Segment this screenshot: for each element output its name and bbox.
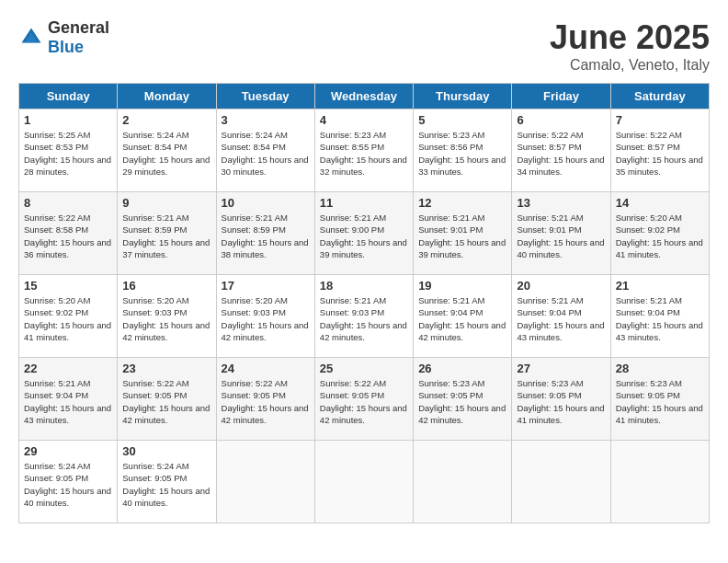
calendar-header: Sunday Monday Tuesday Wednesday Thursday… <box>19 84 710 109</box>
table-row <box>512 441 610 523</box>
col-thursday: Thursday <box>414 84 512 109</box>
day-number: 4 <box>320 113 408 127</box>
col-sunday: Sunday <box>19 84 118 109</box>
day-number: 29 <box>24 444 112 458</box>
day-number: 27 <box>517 362 605 375</box>
day-number: 13 <box>517 196 605 210</box>
col-saturday: Saturday <box>610 84 709 109</box>
day-number: 24 <box>222 362 310 375</box>
table-row: 24 Sunrise: 5:22 AM Sunset: 9:05 PM Dayl… <box>216 358 314 441</box>
table-row: 30 Sunrise: 5:24 AM Sunset: 9:05 PM Dayl… <box>118 441 216 523</box>
table-row: 9 Sunrise: 5:21 AM Sunset: 8:59 PM Dayli… <box>118 192 216 275</box>
calendar-week-3: 15 Sunrise: 5:20 AM Sunset: 9:02 PM Dayl… <box>19 275 710 358</box>
table-row: 15 Sunrise: 5:20 AM Sunset: 9:02 PM Dayl… <box>19 275 118 358</box>
table-row: 12 Sunrise: 5:21 AM Sunset: 9:01 PM Dayl… <box>414 192 512 275</box>
day-info: Sunrise: 5:22 AM Sunset: 9:05 PM Dayligh… <box>122 377 210 426</box>
table-row: 16 Sunrise: 5:20 AM Sunset: 9:03 PM Dayl… <box>118 275 216 358</box>
day-number: 30 <box>122 444 210 458</box>
day-info: Sunrise: 5:20 AM Sunset: 9:03 PM Dayligh… <box>222 294 310 343</box>
day-number: 14 <box>616 196 704 210</box>
table-row: 14 Sunrise: 5:20 AM Sunset: 9:02 PM Dayl… <box>610 192 709 275</box>
day-number: 10 <box>222 196 310 210</box>
table-row: 7 Sunrise: 5:22 AM Sunset: 8:57 PM Dayli… <box>610 109 709 192</box>
day-info: Sunrise: 5:21 AM Sunset: 9:04 PM Dayligh… <box>616 294 704 343</box>
day-info: Sunrise: 5:21 AM Sunset: 9:03 PM Dayligh… <box>320 294 408 343</box>
day-info: Sunrise: 5:22 AM Sunset: 8:58 PM Dayligh… <box>24 212 112 260</box>
day-info: Sunrise: 5:23 AM Sunset: 8:56 PM Dayligh… <box>418 129 506 178</box>
col-wednesday: Wednesday <box>314 84 413 109</box>
day-info: Sunrise: 5:21 AM Sunset: 9:04 PM Dayligh… <box>418 294 506 343</box>
day-info: Sunrise: 5:22 AM Sunset: 8:57 PM Dayligh… <box>616 129 704 178</box>
calendar-week-5: 29 Sunrise: 5:24 AM Sunset: 9:05 PM Dayl… <box>19 441 710 523</box>
day-info: Sunrise: 5:24 AM Sunset: 8:54 PM Dayligh… <box>222 129 310 178</box>
calendar-subtitle: Camalo, Veneto, Italy <box>550 57 710 74</box>
col-friday: Friday <box>512 84 610 109</box>
day-info: Sunrise: 5:21 AM Sunset: 9:04 PM Dayligh… <box>517 294 605 343</box>
table-row: 20 Sunrise: 5:21 AM Sunset: 9:04 PM Dayl… <box>512 275 610 358</box>
table-row: 18 Sunrise: 5:21 AM Sunset: 9:03 PM Dayl… <box>314 275 413 358</box>
day-info: Sunrise: 5:21 AM Sunset: 8:59 PM Dayligh… <box>222 212 310 260</box>
day-number: 21 <box>616 279 704 293</box>
calendar-week-4: 22 Sunrise: 5:21 AM Sunset: 9:04 PM Dayl… <box>19 358 710 441</box>
header-row: Sunday Monday Tuesday Wednesday Thursday… <box>19 84 710 109</box>
day-number: 6 <box>517 113 605 127</box>
day-number: 12 <box>418 196 506 210</box>
table-row: 29 Sunrise: 5:24 AM Sunset: 9:05 PM Dayl… <box>19 441 118 523</box>
day-number: 8 <box>24 196 112 210</box>
day-number: 18 <box>320 279 408 293</box>
logo-text-general: General <box>48 18 109 37</box>
table-row: 27 Sunrise: 5:23 AM Sunset: 9:05 PM Dayl… <box>512 358 610 441</box>
calendar-week-2: 8 Sunrise: 5:22 AM Sunset: 8:58 PM Dayli… <box>19 192 710 275</box>
table-row: 4 Sunrise: 5:23 AM Sunset: 8:55 PM Dayli… <box>314 109 413 192</box>
calendar-body: 1 Sunrise: 5:25 AM Sunset: 8:53 PM Dayli… <box>19 109 710 523</box>
table-row: 11 Sunrise: 5:21 AM Sunset: 9:00 PM Dayl… <box>314 192 413 275</box>
table-row: 22 Sunrise: 5:21 AM Sunset: 9:04 PM Dayl… <box>19 358 118 441</box>
day-info: Sunrise: 5:20 AM Sunset: 9:02 PM Dayligh… <box>24 294 112 343</box>
day-number: 3 <box>222 113 310 127</box>
logo-text-blue: Blue <box>48 38 84 56</box>
col-monday: Monday <box>118 84 216 109</box>
day-number: 2 <box>122 113 210 127</box>
table-row <box>414 441 512 523</box>
day-number: 22 <box>24 362 112 375</box>
day-info: Sunrise: 5:21 AM Sunset: 9:01 PM Dayligh… <box>418 212 506 260</box>
day-number: 17 <box>222 279 310 293</box>
table-row <box>216 441 314 523</box>
day-info: Sunrise: 5:23 AM Sunset: 9:05 PM Dayligh… <box>517 377 605 426</box>
day-info: Sunrise: 5:24 AM Sunset: 9:05 PM Dayligh… <box>122 460 210 509</box>
header: General Blue June 2025 Camalo, Veneto, I… <box>18 18 710 74</box>
logo-icon <box>18 25 44 51</box>
day-number: 1 <box>24 113 112 127</box>
table-row: 1 Sunrise: 5:25 AM Sunset: 8:53 PM Dayli… <box>19 109 118 192</box>
day-info: Sunrise: 5:25 AM Sunset: 8:53 PM Dayligh… <box>24 129 112 178</box>
day-number: 23 <box>122 362 210 375</box>
table-row <box>610 441 709 523</box>
day-info: Sunrise: 5:22 AM Sunset: 9:05 PM Dayligh… <box>320 377 408 426</box>
day-number: 26 <box>418 362 506 375</box>
calendar-week-1: 1 Sunrise: 5:25 AM Sunset: 8:53 PM Dayli… <box>19 109 710 192</box>
day-number: 11 <box>320 196 408 210</box>
day-info: Sunrise: 5:21 AM Sunset: 9:01 PM Dayligh… <box>517 212 605 260</box>
day-number: 19 <box>418 279 506 293</box>
table-row: 10 Sunrise: 5:21 AM Sunset: 8:59 PM Dayl… <box>216 192 314 275</box>
calendar-title: June 2025 <box>550 18 710 57</box>
table-row: 26 Sunrise: 5:23 AM Sunset: 9:05 PM Dayl… <box>414 358 512 441</box>
table-row: 2 Sunrise: 5:24 AM Sunset: 8:54 PM Dayli… <box>118 109 216 192</box>
day-info: Sunrise: 5:21 AM Sunset: 9:04 PM Dayligh… <box>24 377 112 426</box>
table-row: 5 Sunrise: 5:23 AM Sunset: 8:56 PM Dayli… <box>414 109 512 192</box>
day-number: 28 <box>616 362 704 375</box>
table-row <box>314 441 413 523</box>
table-row: 13 Sunrise: 5:21 AM Sunset: 9:01 PM Dayl… <box>512 192 610 275</box>
table-row: 19 Sunrise: 5:21 AM Sunset: 9:04 PM Dayl… <box>414 275 512 358</box>
day-info: Sunrise: 5:23 AM Sunset: 9:05 PM Dayligh… <box>418 377 506 426</box>
day-info: Sunrise: 5:20 AM Sunset: 9:03 PM Dayligh… <box>122 294 210 343</box>
table-row: 17 Sunrise: 5:20 AM Sunset: 9:03 PM Dayl… <box>216 275 314 358</box>
day-info: Sunrise: 5:24 AM Sunset: 8:54 PM Dayligh… <box>122 129 210 178</box>
day-info: Sunrise: 5:21 AM Sunset: 9:00 PM Dayligh… <box>320 212 408 260</box>
day-number: 25 <box>320 362 408 375</box>
day-info: Sunrise: 5:22 AM Sunset: 8:57 PM Dayligh… <box>517 129 605 178</box>
title-block: June 2025 Camalo, Veneto, Italy <box>550 18 710 74</box>
table-row: 3 Sunrise: 5:24 AM Sunset: 8:54 PM Dayli… <box>216 109 314 192</box>
day-info: Sunrise: 5:23 AM Sunset: 8:55 PM Dayligh… <box>320 129 408 178</box>
table-row: 23 Sunrise: 5:22 AM Sunset: 9:05 PM Dayl… <box>118 358 216 441</box>
